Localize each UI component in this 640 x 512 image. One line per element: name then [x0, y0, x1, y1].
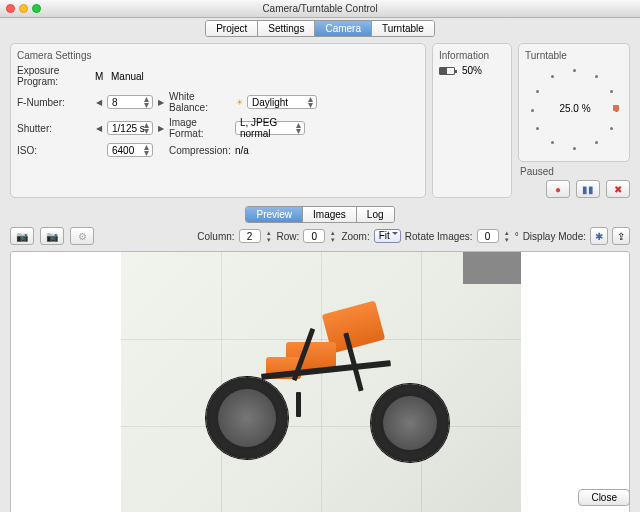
person-icon: ✱ — [595, 231, 603, 242]
preview-thumbnail — [463, 252, 521, 284]
iso-label: ISO: — [17, 145, 91, 156]
row-field[interactable] — [303, 229, 325, 243]
fnumber-field[interactable]: 8▴▾ — [107, 95, 153, 109]
view-tabs: Preview Images Log — [245, 206, 394, 223]
camera-settings-panel: Camera Settings Exposure Program: M Manu… — [10, 43, 426, 198]
camera-icon: 📷 — [16, 231, 28, 242]
battery-icon — [439, 67, 455, 75]
gear-icon: ⚙ — [78, 231, 87, 242]
tab-preview[interactable]: Preview — [246, 207, 303, 222]
preview-subject — [206, 302, 456, 482]
pause-button[interactable]: ▮▮ — [576, 180, 600, 198]
display-mode-export-button[interactable]: ⇪ — [612, 227, 630, 245]
rotate-stepper[interactable]: ▴▾ — [503, 229, 511, 243]
capture-button[interactable]: 📷 — [10, 227, 34, 245]
battery-level: 50% — [462, 65, 482, 76]
white-balance-label: White Balance: — [169, 91, 231, 113]
turntable-dial[interactable]: 25.0 % — [525, 65, 625, 155]
paused-label: Paused — [520, 166, 630, 177]
compression-value: n/a — [235, 145, 249, 156]
zoom-label: Zoom: — [341, 231, 369, 242]
tab-images[interactable]: Images — [303, 207, 357, 222]
information-panel: Information 50% — [432, 43, 512, 198]
row-stepper[interactable]: ▴▾ — [329, 229, 337, 243]
preview-area[interactable] — [10, 251, 630, 512]
turntable-panel: Turntable 25.0 % — [518, 43, 630, 162]
display-mode-label: Display Mode: — [523, 231, 586, 242]
rotate-field[interactable] — [477, 229, 499, 243]
record-button[interactable]: ● — [546, 180, 570, 198]
turntable-progress: 25.0 % — [525, 103, 625, 114]
white-balance-field[interactable]: Daylight▴▾ — [247, 95, 317, 109]
tab-project[interactable]: Project — [206, 21, 258, 36]
rotate-label: Rotate Images: — [405, 231, 473, 242]
exposure-program-label: Exposure Program: — [17, 65, 91, 87]
tab-camera[interactable]: Camera — [315, 21, 372, 36]
image-format-label: Image Format: — [169, 117, 231, 139]
tab-log[interactable]: Log — [357, 207, 394, 222]
exposure-program-prefix: M — [95, 71, 107, 82]
iso-field[interactable]: 6400▴▾ — [107, 143, 153, 157]
turntable-marker-icon — [613, 105, 619, 111]
main-tabs: Project Settings Camera Turntable — [205, 20, 435, 37]
whitebalance-icon: ☀ — [235, 98, 243, 107]
close-button[interactable]: Close — [578, 489, 630, 506]
tab-turntable[interactable]: Turntable — [372, 21, 434, 36]
zoom-select[interactable]: Fit — [374, 229, 401, 243]
shutter-label: Shutter: — [17, 123, 91, 134]
rotate-unit: ° — [515, 231, 519, 242]
camera-settings-header: Camera Settings — [17, 50, 419, 61]
tab-settings[interactable]: Settings — [258, 21, 315, 36]
column-stepper[interactable]: ▴▾ — [265, 229, 273, 243]
exposure-program-value: Manual — [111, 71, 144, 82]
settings-button[interactable]: ⚙ — [70, 227, 94, 245]
fnumber-label: F-Number: — [17, 97, 91, 108]
fnumber-stepper-left[interactable]: ◀ — [95, 98, 103, 107]
export-icon: ⇪ — [617, 231, 625, 242]
display-mode-person-button[interactable]: ✱ — [590, 227, 608, 245]
compression-label: Compression: — [169, 145, 231, 156]
camera2-button[interactable]: 📷 — [40, 227, 64, 245]
camera2-icon: 📷 — [46, 231, 58, 242]
fnumber-stepper-right[interactable]: ▶ — [157, 98, 165, 107]
turntable-header: Turntable — [525, 50, 623, 61]
image-format-field[interactable]: L, JPEG normal▴▾ — [235, 121, 305, 135]
column-label: Column: — [197, 231, 234, 242]
shutter-field[interactable]: 1/125 s▴▾ — [107, 121, 153, 135]
column-field[interactable] — [239, 229, 261, 243]
shutter-stepper-left[interactable]: ◀ — [95, 124, 103, 133]
row-label: Row: — [277, 231, 300, 242]
shutter-stepper-right[interactable]: ▶ — [157, 124, 165, 133]
window-title: Camera/Turntable Control — [0, 3, 640, 14]
stop-button[interactable]: ✖ — [606, 180, 630, 198]
preview-image — [121, 252, 521, 512]
information-header: Information — [439, 50, 505, 61]
